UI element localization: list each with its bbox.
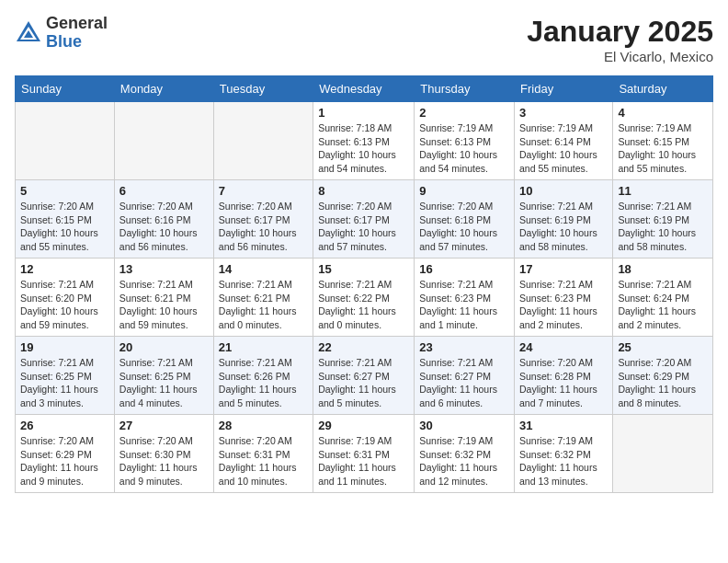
day-number: 26 <box>20 419 109 432</box>
day-number: 25 <box>618 340 708 354</box>
day-number: 11 <box>618 184 708 198</box>
calendar-day-header: Thursday <box>415 76 515 102</box>
calendar-cell <box>114 102 213 180</box>
calendar-cell: 16Sunrise: 7:21 AMSunset: 6:23 PMDayligh… <box>415 259 515 337</box>
day-number: 23 <box>419 340 509 354</box>
calendar-cell: 13Sunrise: 7:21 AMSunset: 6:21 PMDayligh… <box>114 259 213 337</box>
location-text: El Vicarlo, Mexico <box>527 49 713 64</box>
calendar-day-header: Wednesday <box>313 76 415 102</box>
calendar-cell: 14Sunrise: 7:21 AMSunset: 6:21 PMDayligh… <box>213 259 313 337</box>
day-info: Sunrise: 7:20 AMSunset: 6:31 PMDaylight:… <box>219 434 308 488</box>
day-info: Sunrise: 7:21 AMSunset: 6:25 PMDaylight:… <box>20 356 109 410</box>
calendar-cell: 11Sunrise: 7:21 AMSunset: 6:19 PMDayligh… <box>613 180 713 259</box>
day-info: Sunrise: 7:20 AMSunset: 6:28 PMDaylight:… <box>519 356 608 410</box>
logo-text: General Blue <box>46 15 108 52</box>
logo-blue-text: Blue <box>46 33 108 52</box>
day-info: Sunrise: 7:21 AMSunset: 6:19 PMDaylight:… <box>618 200 708 254</box>
calendar-cell: 4Sunrise: 7:19 AMSunset: 6:15 PMDaylight… <box>613 102 713 180</box>
day-number: 13 <box>119 262 209 276</box>
day-number: 19 <box>20 340 109 354</box>
calendar-cell: 5Sunrise: 7:20 AMSunset: 6:15 PMDaylight… <box>16 180 115 259</box>
calendar-cell: 9Sunrise: 7:20 AMSunset: 6:18 PMDaylight… <box>415 180 515 259</box>
day-info: Sunrise: 7:21 AMSunset: 6:23 PMDaylight:… <box>519 278 608 332</box>
calendar-cell: 3Sunrise: 7:19 AMSunset: 6:14 PMDaylight… <box>515 102 613 180</box>
day-info: Sunrise: 7:21 AMSunset: 6:21 PMDaylight:… <box>119 278 209 332</box>
day-info: Sunrise: 7:21 AMSunset: 6:22 PMDaylight:… <box>318 278 409 332</box>
day-info: Sunrise: 7:21 AMSunset: 6:23 PMDaylight:… <box>419 278 509 332</box>
calendar-cell: 19Sunrise: 7:21 AMSunset: 6:25 PMDayligh… <box>16 337 115 415</box>
day-number: 5 <box>20 184 109 198</box>
calendar-cell: 20Sunrise: 7:21 AMSunset: 6:25 PMDayligh… <box>114 337 213 415</box>
calendar-day-header: Monday <box>114 76 213 102</box>
day-number: 6 <box>119 184 209 198</box>
day-info: Sunrise: 7:20 AMSunset: 6:16 PMDaylight:… <box>119 200 209 254</box>
day-info: Sunrise: 7:21 AMSunset: 6:20 PMDaylight:… <box>20 278 109 332</box>
day-number: 21 <box>219 340 308 354</box>
day-info: Sunrise: 7:20 AMSunset: 6:29 PMDaylight:… <box>20 434 109 488</box>
month-title: January 2025 <box>527 15 713 49</box>
calendar-cell: 21Sunrise: 7:21 AMSunset: 6:26 PMDayligh… <box>213 337 313 415</box>
day-info: Sunrise: 7:21 AMSunset: 6:24 PMDaylight:… <box>618 278 708 332</box>
calendar-week-row: 12Sunrise: 7:21 AMSunset: 6:20 PMDayligh… <box>16 259 713 337</box>
calendar-cell: 1Sunrise: 7:18 AMSunset: 6:13 PMDaylight… <box>313 102 415 180</box>
calendar-cell: 29Sunrise: 7:19 AMSunset: 6:31 PMDayligh… <box>313 415 415 493</box>
calendar-cell: 17Sunrise: 7:21 AMSunset: 6:23 PMDayligh… <box>515 259 613 337</box>
day-number: 3 <box>519 106 608 120</box>
calendar-week-row: 1Sunrise: 7:18 AMSunset: 6:13 PMDaylight… <box>16 102 713 180</box>
calendar-cell: 18Sunrise: 7:21 AMSunset: 6:24 PMDayligh… <box>613 259 713 337</box>
calendar-day-header: Saturday <box>613 76 713 102</box>
day-number: 28 <box>219 419 308 432</box>
calendar-cell: 10Sunrise: 7:21 AMSunset: 6:19 PMDayligh… <box>515 180 613 259</box>
calendar-cell <box>16 102 115 180</box>
day-info: Sunrise: 7:21 AMSunset: 6:19 PMDaylight:… <box>519 200 608 254</box>
calendar-week-row: 19Sunrise: 7:21 AMSunset: 6:25 PMDayligh… <box>16 337 713 415</box>
day-number: 31 <box>519 419 608 432</box>
day-info: Sunrise: 7:21 AMSunset: 6:27 PMDaylight:… <box>318 356 409 410</box>
day-number: 22 <box>318 340 409 354</box>
calendar-cell <box>213 102 313 180</box>
calendar-cell: 8Sunrise: 7:20 AMSunset: 6:17 PMDaylight… <box>313 180 415 259</box>
day-number: 4 <box>618 106 708 120</box>
day-number: 10 <box>519 184 608 198</box>
calendar-cell: 22Sunrise: 7:21 AMSunset: 6:27 PMDayligh… <box>313 337 415 415</box>
calendar-cell: 23Sunrise: 7:21 AMSunset: 6:27 PMDayligh… <box>415 337 515 415</box>
day-number: 27 <box>119 419 209 432</box>
calendar-cell: 6Sunrise: 7:20 AMSunset: 6:16 PMDaylight… <box>114 180 213 259</box>
day-info: Sunrise: 7:21 AMSunset: 6:27 PMDaylight:… <box>419 356 509 410</box>
day-info: Sunrise: 7:21 AMSunset: 6:25 PMDaylight:… <box>119 356 209 410</box>
calendar-cell: 30Sunrise: 7:19 AMSunset: 6:32 PMDayligh… <box>415 415 515 493</box>
calendar-week-row: 5Sunrise: 7:20 AMSunset: 6:15 PMDaylight… <box>16 180 713 259</box>
calendar-cell: 15Sunrise: 7:21 AMSunset: 6:22 PMDayligh… <box>313 259 415 337</box>
logo-icon <box>15 19 42 47</box>
calendar-cell: 2Sunrise: 7:19 AMSunset: 6:13 PMDaylight… <box>415 102 515 180</box>
day-number: 18 <box>618 262 708 276</box>
day-number: 30 <box>419 419 509 432</box>
day-number: 7 <box>219 184 308 198</box>
day-info: Sunrise: 7:19 AMSunset: 6:13 PMDaylight:… <box>419 121 509 176</box>
day-number: 15 <box>318 262 409 276</box>
calendar-day-header: Friday <box>515 76 613 102</box>
day-info: Sunrise: 7:21 AMSunset: 6:26 PMDaylight:… <box>219 356 308 410</box>
page-header: General Blue January 2025 El Vicarlo, Me… <box>15 15 713 64</box>
day-info: Sunrise: 7:18 AMSunset: 6:13 PMDaylight:… <box>318 121 409 176</box>
day-number: 9 <box>419 184 509 198</box>
calendar-cell: 7Sunrise: 7:20 AMSunset: 6:17 PMDaylight… <box>213 180 313 259</box>
day-info: Sunrise: 7:20 AMSunset: 6:15 PMDaylight:… <box>20 200 109 254</box>
day-info: Sunrise: 7:19 AMSunset: 6:31 PMDaylight:… <box>318 434 409 488</box>
calendar-cell: 31Sunrise: 7:19 AMSunset: 6:32 PMDayligh… <box>515 415 613 493</box>
calendar-cell: 12Sunrise: 7:21 AMSunset: 6:20 PMDayligh… <box>16 259 115 337</box>
day-info: Sunrise: 7:19 AMSunset: 6:14 PMDaylight:… <box>519 121 608 176</box>
logo-general-text: General <box>46 15 108 33</box>
day-number: 24 <box>519 340 608 354</box>
calendar-cell <box>613 415 713 493</box>
day-info: Sunrise: 7:20 AMSunset: 6:18 PMDaylight:… <box>419 200 509 254</box>
day-number: 14 <box>219 262 308 276</box>
day-number: 2 <box>419 106 509 120</box>
day-info: Sunrise: 7:19 AMSunset: 6:15 PMDaylight:… <box>618 121 708 176</box>
day-number: 17 <box>519 262 608 276</box>
day-number: 29 <box>318 419 409 432</box>
calendar-day-header: Sunday <box>16 76 115 102</box>
calendar-cell: 25Sunrise: 7:20 AMSunset: 6:29 PMDayligh… <box>613 337 713 415</box>
day-number: 12 <box>20 262 109 276</box>
day-info: Sunrise: 7:21 AMSunset: 6:21 PMDaylight:… <box>219 278 308 332</box>
